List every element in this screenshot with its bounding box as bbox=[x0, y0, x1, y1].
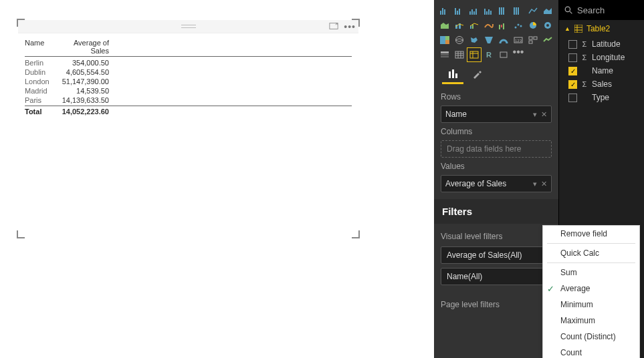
matrix-visual[interactable]: ••• Name Average of Sales Berlin 354,000… bbox=[18, 20, 358, 237]
svg-line-37 bbox=[570, 11, 572, 13]
viz-100-stacked-bar-icon[interactable] bbox=[497, 4, 510, 17]
ctx-maximum[interactable]: Maximum bbox=[543, 313, 639, 329]
viz-line-stacked-column-icon[interactable] bbox=[453, 19, 466, 32]
well-rows-label: Rows bbox=[441, 92, 552, 102]
viz-scatter-icon[interactable] bbox=[512, 19, 525, 32]
table-body: Name Average of Sales Berlin 354,000.50 … bbox=[18, 33, 358, 122]
filter-pill[interactable]: Name(All) bbox=[441, 268, 552, 285]
well-values-field[interactable]: Average of Sales ▾ ✕ bbox=[441, 175, 552, 192]
viz-area-icon[interactable] bbox=[541, 4, 554, 17]
svg-point-14 bbox=[456, 37, 463, 44]
viz-card-icon[interactable]: 123 bbox=[512, 33, 525, 47]
viz-pie-icon[interactable] bbox=[526, 19, 540, 32]
viz-filled-map-icon[interactable] bbox=[467, 33, 481, 47]
remove-field-icon[interactable]: ✕ bbox=[541, 180, 547, 188]
resize-handle-br[interactable] bbox=[352, 230, 360, 238]
viz-line-icon[interactable] bbox=[526, 4, 540, 17]
well-columns-dropzone[interactable]: Drag data fields here bbox=[441, 140, 552, 158]
chevron-down-icon[interactable]: ▾ bbox=[533, 110, 537, 119]
svg-point-5 bbox=[515, 27, 517, 29]
visualization-gallery: 123 R ••• bbox=[434, 0, 558, 64]
svg-rect-32 bbox=[500, 52, 507, 57]
table-row[interactable]: Dublin 4,605,554.50 bbox=[25, 67, 352, 77]
viz-slicer-icon[interactable] bbox=[438, 48, 451, 61]
field-item-type[interactable]: Type bbox=[559, 91, 644, 104]
viz-table-icon[interactable] bbox=[453, 48, 466, 61]
table-total-row[interactable]: Total 14,052,223.60 bbox=[25, 106, 352, 116]
viz-matrix-icon[interactable] bbox=[467, 48, 481, 61]
well-columns-label: Columns bbox=[441, 127, 552, 136]
well-values-label: Values bbox=[441, 162, 552, 171]
check-icon: ✓ bbox=[547, 284, 554, 294]
table-row[interactable]: Madrid 14,539.50 bbox=[25, 86, 352, 96]
viz-map-icon[interactable] bbox=[453, 33, 466, 47]
svg-rect-23 bbox=[455, 51, 463, 58]
viz-python-icon[interactable] bbox=[497, 48, 510, 61]
field-item-latitude[interactable]: Σ Latitude bbox=[559, 37, 644, 51]
ctx-average[interactable]: ✓ Average bbox=[543, 281, 639, 297]
table-row[interactable]: Berlin 354,000.50 bbox=[25, 58, 352, 67]
tab-fields[interactable] bbox=[441, 64, 465, 84]
well-rows-field[interactable]: Name ▾ ✕ bbox=[441, 106, 552, 123]
ctx-quick-calc[interactable]: Quick Calc bbox=[543, 245, 639, 261]
field-item-name[interactable]: ✓ Name bbox=[559, 64, 644, 77]
table-icon bbox=[574, 25, 582, 33]
svg-rect-17 bbox=[529, 37, 532, 39]
viz-clustered-bar-icon[interactable] bbox=[467, 4, 481, 17]
svg-rect-13 bbox=[445, 40, 449, 44]
more-options-icon[interactable]: ••• bbox=[344, 21, 356, 33]
viz-donut-icon[interactable] bbox=[541, 19, 554, 32]
ctx-remove-field[interactable]: Remove field bbox=[543, 226, 639, 242]
svg-rect-28 bbox=[470, 51, 478, 58]
checkbox-icon[interactable] bbox=[568, 40, 577, 49]
filter-pill[interactable]: Average of Sales(All) bbox=[441, 246, 552, 264]
viz-more-icon[interactable]: ••• bbox=[512, 48, 525, 61]
viz-waterfall-icon[interactable] bbox=[497, 19, 510, 32]
ctx-minimum[interactable]: Minimum bbox=[543, 297, 639, 313]
svg-rect-22 bbox=[441, 56, 449, 57]
viz-gauge-icon[interactable] bbox=[497, 33, 510, 47]
viz-100-stacked-column-icon[interactable] bbox=[512, 4, 525, 17]
viz-clustered-column-icon[interactable] bbox=[482, 4, 496, 17]
field-item-sales[interactable]: ✓ Σ Sales bbox=[559, 77, 644, 91]
chevron-down-icon[interactable]: ▾ bbox=[533, 180, 537, 188]
checkbox-icon[interactable] bbox=[568, 94, 577, 102]
column-header-value[interactable]: Average of Sales bbox=[56, 39, 109, 55]
checkbox-icon[interactable]: ✓ bbox=[568, 80, 577, 89]
viz-line-clustered-column-icon[interactable] bbox=[467, 19, 481, 32]
column-header-name[interactable]: Name bbox=[25, 39, 56, 55]
viz-treemap-icon[interactable] bbox=[438, 33, 451, 47]
viz-stacked-area-icon[interactable] bbox=[438, 19, 451, 32]
divider bbox=[547, 262, 635, 263]
fields-search[interactable]: Search bbox=[559, 0, 644, 20]
table-row[interactable]: London 51,147,390.00 bbox=[25, 77, 352, 86]
report-canvas[interactable]: ••• Name Average of Sales Berlin 354,000… bbox=[0, 0, 434, 358]
viz-stacked-bar-icon[interactable] bbox=[438, 4, 451, 17]
ctx-count[interactable]: Count bbox=[543, 345, 639, 358]
viz-multi-card-icon[interactable] bbox=[526, 33, 540, 47]
drag-handle-icon[interactable] bbox=[181, 25, 196, 28]
focus-mode-icon[interactable] bbox=[329, 21, 338, 33]
visual-header[interactable]: ••• bbox=[18, 20, 358, 33]
svg-point-7 bbox=[520, 25, 522, 27]
viz-kpi-icon[interactable] bbox=[541, 33, 554, 47]
svg-rect-35 bbox=[455, 73, 457, 78]
format-tabs bbox=[434, 64, 558, 84]
viz-ribbon-icon[interactable] bbox=[482, 19, 496, 32]
table-node[interactable]: ▲ Table2 bbox=[559, 20, 644, 37]
remove-field-icon[interactable]: ✕ bbox=[541, 110, 547, 119]
ctx-count-distinct[interactable]: Count (Distinct) bbox=[543, 329, 639, 345]
sigma-icon: Σ bbox=[581, 80, 588, 88]
viz-r-visual-icon[interactable]: R bbox=[482, 48, 496, 61]
table-row[interactable]: Paris 14,139,633.50 bbox=[25, 96, 352, 105]
svg-rect-18 bbox=[534, 37, 537, 39]
checkbox-icon[interactable] bbox=[568, 53, 577, 62]
viz-funnel-icon[interactable] bbox=[482, 33, 496, 47]
checkbox-icon[interactable]: ✓ bbox=[568, 67, 577, 75]
viz-stacked-column-icon[interactable] bbox=[453, 4, 466, 17]
tab-format[interactable] bbox=[465, 64, 489, 84]
svg-rect-19 bbox=[529, 41, 532, 43]
resize-handle-bl[interactable] bbox=[17, 230, 25, 238]
ctx-sum[interactable]: Sum bbox=[543, 264, 639, 281]
field-item-longitute[interactable]: Σ Longitute bbox=[559, 51, 644, 64]
